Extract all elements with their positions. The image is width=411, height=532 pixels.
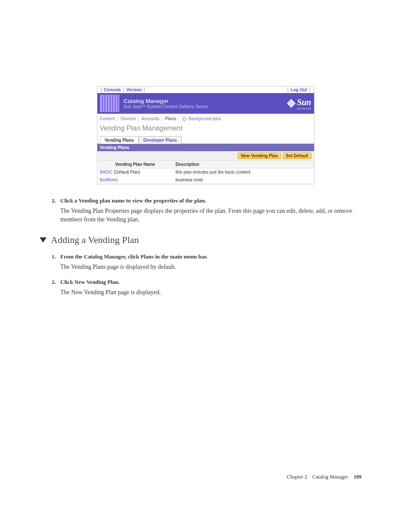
plans-table: Vending Plan Name Description BASIC (Def… (97, 161, 314, 184)
step-body: The Vending Plan Properties page display… (60, 207, 364, 224)
brand-name: Sun (297, 97, 311, 107)
step-number: 2. (52, 279, 60, 286)
nav-logout[interactable]: Log Out (291, 87, 307, 92)
tab-developer-plans[interactable]: Developer Plans (139, 136, 182, 144)
plan-link-bizworks[interactable]: BizWorks (100, 177, 118, 182)
table-row: BizWorks business tools (97, 176, 314, 184)
app-screenshot: | Console | Version | | Log Out | Catalo… (97, 86, 314, 184)
panel-header: Vending Plans (97, 144, 314, 151)
page-heading: Vending Plan Management (97, 122, 314, 136)
nav-console[interactable]: Console (104, 87, 121, 92)
step-label: Click a Vending plan name to view the pr… (60, 197, 206, 204)
tabs: Vending Plans Developer Plans (97, 136, 314, 144)
page-footer: Chapter 2 Catalog Manager 109 (287, 474, 361, 480)
doc-steps: 2. Click a Vending plan name to view the… (52, 197, 364, 296)
section-heading: Adding a Vending Plan (40, 234, 364, 246)
col-description: Description (173, 161, 314, 168)
banner-subtitle: Sun Java™ System Content Delivery Server (124, 104, 209, 109)
footer-chapter: Chapter 2 (287, 474, 307, 480)
plan-desc: this plan includes just the basic conten… (173, 168, 314, 176)
main-menu: Content| Devices| Accounts| Plans| Backg… (97, 114, 314, 122)
plan-desc: business tools (173, 176, 314, 184)
new-vending-plan-button[interactable]: New Vending Plan (238, 152, 281, 159)
footer-page-number: 109 (354, 474, 361, 480)
step-number: 2. (52, 197, 60, 204)
menu-devices[interactable]: Devices (121, 116, 136, 121)
footer-title: Catalog Manager (312, 474, 348, 480)
menu-content[interactable]: Content (100, 116, 115, 121)
set-default-button[interactable]: Set Default (283, 152, 311, 159)
menu-plans[interactable]: Plans (165, 116, 177, 121)
sun-diamond-icon (287, 99, 296, 108)
topbar: | Console | Version | | Log Out | (97, 87, 314, 93)
plan-suffix: (Default Plan) (113, 170, 140, 174)
step-number: 1. (52, 253, 60, 260)
table-row: BASIC (Default Plan) this plan includes … (97, 168, 314, 176)
banner-logo-icon (100, 95, 119, 112)
step-label: From the Catalog Manager, click Plans in… (60, 253, 208, 260)
col-plan-name: Vending Plan Name (97, 161, 173, 168)
banner: Catalog Manager Sun Java™ System Content… (97, 93, 314, 114)
menu-background-jobs[interactable]: Background jobs (189, 116, 221, 121)
action-row: New Vending Plan Set Default (97, 151, 314, 161)
banner-title: Catalog Manager (124, 98, 209, 104)
triangle-down-icon (40, 237, 47, 243)
step-body: The Vending Plans page is displayed by d… (60, 263, 364, 271)
brand-logo: Sun microsystems (288, 97, 311, 110)
section-title: Adding a Vending Plan (51, 234, 139, 246)
background-jobs-icon (182, 117, 187, 121)
nav-version[interactable]: Version (126, 87, 142, 92)
step-body: The New Vending Plan page is displayed. (60, 288, 364, 297)
menu-accounts[interactable]: Accounts (141, 116, 159, 121)
tab-vending-plans[interactable]: Vending Plans (100, 136, 139, 144)
plan-link-basic[interactable]: BASIC (100, 170, 113, 174)
brand-tagline: microsystems (297, 107, 311, 110)
step-label: Click New Vending Plan. (60, 279, 120, 286)
